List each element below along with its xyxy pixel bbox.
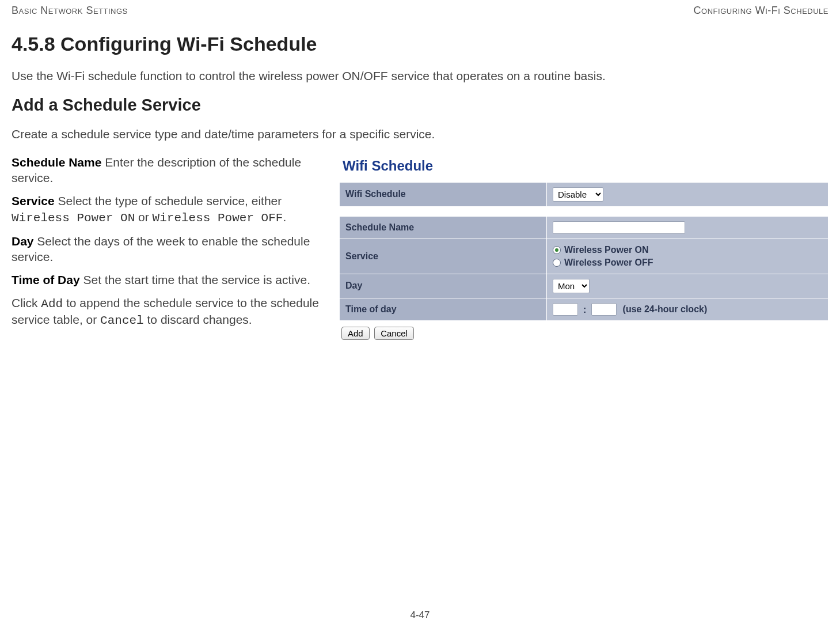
tod-cell: : (use 24-hour clock) [547,298,828,320]
row-time-of-day: Time of day : (use 24-hour clock) [340,298,828,320]
service-radio-off-row[interactable]: Wireless Power OFF [553,256,822,269]
config-table: Wifi Schedule Disable Schedule Name Serv… [339,182,828,321]
row-wifi-schedule: Wifi Schedule Disable [340,182,828,206]
section-title: 4.5.8 Configuring Wi-Fi Schedule [12,33,828,55]
def-click-add: Add [41,297,63,311]
panel-title: Wifi Schedule [343,158,828,174]
page-header: Basic Network Settings Configuring Wi-Fi… [12,5,828,17]
definitions-column: Schedule Name Enter the description of t… [12,154,331,336]
def-service-opt-on: Wireless Power ON [12,211,135,225]
day-cell: Mon [547,274,828,298]
spacer [340,206,828,216]
day-select[interactable]: Mon [553,279,590,293]
subsection-intro: Create a schedule service type and date/… [12,126,828,142]
radio-on-icon [553,246,561,254]
service-radio-off-label: Wireless Power OFF [564,258,653,268]
row-schedule-name: Schedule Name [340,216,828,239]
def-click-cancel: Cancel [100,314,144,327]
schedule-name-label: Schedule Name [340,216,547,239]
def-service-label: Service [12,194,55,207]
service-radio-on-label: Wireless Power ON [564,245,649,255]
schedule-name-input[interactable] [553,221,685,234]
row-service: Service Wireless Power ON Wireless Power… [340,239,828,274]
row-day: Day Mon [340,274,828,298]
cancel-button[interactable]: Cancel [374,327,414,340]
def-service-text-or: or [135,210,152,224]
schedule-name-cell [547,216,828,239]
radio-off-icon [553,259,561,267]
def-click-instruction: Click Add to append the schedule service… [12,295,331,329]
header-left: Basic Network Settings [12,5,128,17]
def-day-text: Select the days of the week to enable th… [12,234,310,264]
def-tod-label: Time of Day [12,273,80,286]
def-click-c: to discard changes. [144,313,252,326]
page-number: 4-47 [0,610,840,621]
def-service-opt-off: Wireless Power OFF [153,211,283,225]
service-label: Service [340,239,547,274]
tod-label: Time of day [340,298,547,320]
def-service-text-a: Select the type of schedule service, eit… [55,194,282,207]
add-button[interactable]: Add [341,327,370,340]
def-schedule-name: Schedule Name Enter the description of t… [12,154,331,186]
def-time-of-day: Time of Day Set the start time that the … [12,272,331,288]
intro-paragraph: Use the Wi-Fi schedule function to contr… [12,68,828,84]
def-service-text-end: . [283,210,286,224]
def-service: Service Select the type of schedule serv… [12,193,331,226]
def-schedule-name-label: Schedule Name [12,156,101,169]
def-day: Day Select the days of the week to enabl… [12,233,331,265]
service-radio-on-row[interactable]: Wireless Power ON [553,244,822,256]
tod-hour-input[interactable] [553,303,578,316]
wifi-schedule-select[interactable]: Disable [553,187,603,202]
def-day-label: Day [12,234,34,248]
service-cell: Wireless Power ON Wireless Power OFF [547,239,828,274]
tod-minute-input[interactable] [591,303,617,316]
def-tod-text: Set the start time that the service is a… [80,273,310,286]
wifi-schedule-label: Wifi Schedule [340,182,547,206]
def-click-a: Click [12,296,41,309]
subsection-title: Add a Schedule Service [12,96,828,115]
button-row: Add Cancel [339,327,828,340]
day-label: Day [340,274,547,298]
tod-hint: (use 24-hour clock) [623,304,708,314]
header-right: Configuring Wi-Fi Schedule [694,5,828,17]
wifi-schedule-cell: Disable [547,182,828,206]
config-panel: Wifi Schedule Wifi Schedule Disable Sche… [339,154,828,340]
